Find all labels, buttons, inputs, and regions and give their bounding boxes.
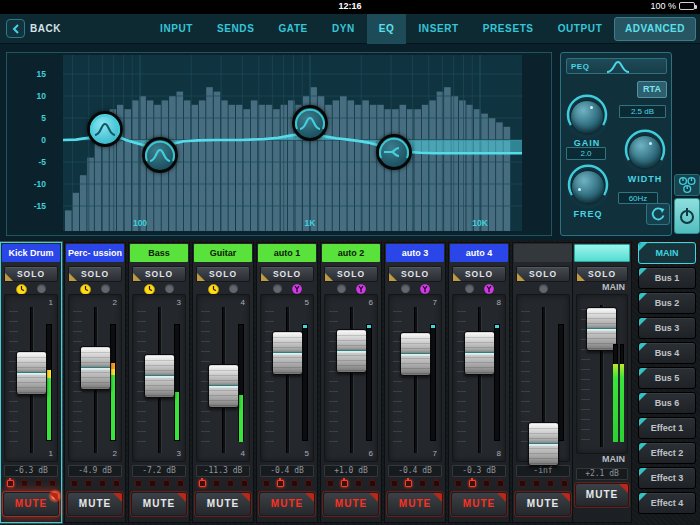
mute-glow-spark — [48, 489, 62, 503]
gain-value[interactable]: 2.5 dB — [619, 105, 666, 118]
fader-handle[interactable] — [464, 331, 495, 375]
solo-button[interactable]: SOLO — [516, 266, 570, 282]
channel-name-label[interactable]: auto 3 — [386, 244, 444, 262]
sidebar-item-effect-1[interactable]: Effect 1 — [638, 417, 696, 439]
solo-button[interactable]: SOLO — [260, 266, 314, 282]
assign-indicator-3 — [163, 480, 170, 487]
gain-knob[interactable] — [564, 94, 610, 140]
sidebar-item-bus-4[interactable]: Bus 4 — [638, 342, 696, 364]
channel-strip-1[interactable]: Kick DrumSOLO 11-6.3 dBMUTE — [0, 242, 62, 523]
mute-button[interactable]: MUTE — [323, 492, 379, 516]
freq-knob[interactable] — [565, 164, 611, 210]
fader-handle[interactable] — [528, 422, 559, 466]
solo-button[interactable]: SOLO — [68, 266, 122, 282]
channel-strip-2[interactable]: Perc- ussionSOLO 22-4.9 dBMUTE — [64, 242, 126, 523]
fader-handle[interactable] — [208, 364, 239, 408]
sidebar-item-bus-2[interactable]: Bus 2 — [638, 292, 696, 314]
eq-graph[interactable]: 151050-5-10-151001K10K — [6, 52, 552, 236]
advanced-button[interactable]: ADVANCED — [614, 17, 696, 41]
channel-strip-6[interactable]: auto 2SOLO 66+1.0 dBMUTE — [320, 242, 382, 523]
sidebar-item-main[interactable]: MAIN — [638, 242, 696, 264]
sidebar-item-effect-3[interactable]: Effect 3 — [638, 467, 696, 489]
fader-handle[interactable] — [16, 351, 47, 395]
mute-button[interactable]: MUTE — [451, 492, 507, 516]
channel-name-label[interactable]: auto 2 — [322, 244, 380, 262]
channel-strip-7[interactable]: auto 3SOLO 77-0.4 dBMUTE — [384, 242, 446, 523]
fader-track[interactable] — [286, 307, 290, 453]
assign-indicator-2 — [21, 480, 28, 487]
channel-name-label[interactable]: auto 1 — [258, 244, 316, 262]
solo-button[interactable]: SOLO — [452, 266, 506, 282]
channel-strip-3[interactable]: BassSOLO 33-7.2 dBMUTE — [128, 242, 190, 523]
solo-button[interactable]: SOLO — [388, 266, 442, 282]
eq-band-1-handle[interactable] — [87, 111, 123, 147]
sidebar-item-effect-2[interactable]: Effect 2 — [638, 442, 696, 464]
eq-band-3-handle[interactable] — [292, 105, 328, 141]
channel-badges — [129, 282, 189, 294]
fader-handle[interactable] — [336, 329, 367, 373]
tab-eq[interactable]: EQ — [367, 14, 407, 44]
eq-band-arc — [142, 137, 178, 173]
width-value[interactable]: 2.0 — [566, 147, 606, 160]
channel-number: 4 — [241, 449, 245, 458]
fader-handle[interactable] — [144, 354, 175, 398]
solo-button[interactable]: SOLO — [4, 266, 58, 282]
channel-number: 7 — [433, 449, 437, 458]
mute-button[interactable]: MUTE — [131, 492, 187, 516]
eq-power-button[interactable] — [674, 198, 700, 234]
fader-db-readout: -0.4 dB — [388, 465, 442, 477]
main-solo-button[interactable]: SOLO — [576, 266, 628, 282]
sidebar-item-bus-5[interactable]: Bus 5 — [638, 367, 696, 389]
main-strip[interactable]: SOLO MAIN MAIN +2.1 dB MUTE — [572, 242, 632, 523]
width-knob[interactable] — [622, 129, 668, 175]
channel-name-label[interactable]: Kick Drum — [2, 244, 60, 262]
tab-dyn[interactable]: DYN — [320, 14, 367, 44]
mute-button[interactable]: MUTE — [67, 492, 123, 516]
sidebar-item-bus-3[interactable]: Bus 3 — [638, 317, 696, 339]
channel-strip-8[interactable]: auto 4SOLO 88-0.3 dBMUTE — [448, 242, 510, 523]
channel-strip-4[interactable]: GuitarSOLO 44-11.3 dBMUTE — [192, 242, 254, 523]
mute-button[interactable]: MUTE — [195, 492, 251, 516]
sidebar-item-bus-1[interactable]: Bus 1 — [638, 267, 696, 289]
channel-name-label[interactable]: Perc- ussion — [66, 244, 124, 262]
tab-presets[interactable]: PRESETS — [471, 14, 546, 44]
fader-handle[interactable] — [272, 331, 303, 375]
channel-name-label[interactable]: Guitar — [194, 244, 252, 262]
fader-db-readout: -0.3 dB — [452, 465, 506, 477]
channel-number: 6 — [369, 298, 373, 307]
channel-name-label[interactable] — [514, 244, 572, 262]
solo-button[interactable]: SOLO — [324, 266, 378, 282]
channel-name-label[interactable]: auto 4 — [450, 244, 508, 262]
main-mute-button[interactable]: MUTE — [575, 483, 629, 507]
sidebar-item-bus-6[interactable]: Bus 6 — [638, 392, 696, 414]
svg-text:-10: -10 — [34, 179, 47, 189]
main-strip-color-label[interactable] — [574, 244, 630, 262]
fader-track[interactable] — [478, 307, 482, 453]
tab-insert[interactable]: INSERT — [406, 14, 470, 44]
eq-type-selector[interactable]: PEQ — [566, 58, 667, 74]
fader-handle[interactable] — [80, 346, 111, 390]
eq-reset-button[interactable] — [646, 203, 670, 225]
mute-button[interactable]: MUTE — [387, 492, 443, 516]
solo-button[interactable]: SOLO — [132, 266, 186, 282]
channel-strip-9[interactable]: SOLO-infMUTE — [512, 242, 572, 523]
mute-button[interactable]: MUTE — [259, 492, 315, 516]
solo-button[interactable]: SOLO — [196, 266, 250, 282]
eq-band-4-handle[interactable] — [376, 134, 412, 170]
tab-output[interactable]: OUTPUT — [546, 14, 615, 44]
mute-button[interactable]: MUTE — [515, 492, 571, 516]
sidebar-item-effect-4[interactable]: Effect 4 — [638, 492, 696, 514]
channel-strip-5[interactable]: auto 1SOLO 55-0.4 dBMUTE — [256, 242, 318, 523]
channel-name-label[interactable]: Bass — [130, 244, 188, 262]
inactive-badge-dot — [337, 284, 346, 293]
mute-button[interactable]: MUTE — [3, 492, 59, 516]
back-button[interactable]: BACK — [6, 19, 61, 38]
rta-button[interactable]: RTA — [637, 81, 667, 98]
tab-sends[interactable]: SENDS — [205, 14, 266, 44]
channel-processing-icon-button[interactable] — [674, 174, 700, 196]
eq-band-2-handle[interactable] — [142, 137, 178, 173]
fader-handle[interactable] — [400, 332, 431, 376]
tab-gate[interactable]: GATE — [266, 14, 319, 44]
fader-track[interactable] — [414, 307, 418, 453]
tab-input[interactable]: INPUT — [148, 14, 205, 44]
